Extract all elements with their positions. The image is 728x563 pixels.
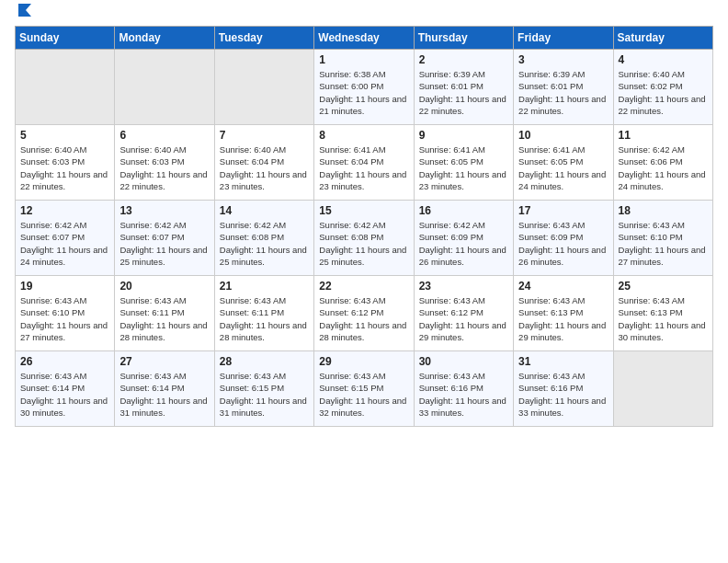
- calendar-week-row: 26Sunrise: 6:43 AM Sunset: 6:14 PM Dayli…: [16, 351, 713, 427]
- day-number: 8: [319, 129, 408, 142]
- day-number: 11: [619, 129, 708, 142]
- day-info: Sunrise: 6:40 AM Sunset: 6:04 PM Dayligh…: [220, 144, 309, 192]
- calendar-cell: 25Sunrise: 6:43 AM Sunset: 6:13 PM Dayli…: [613, 276, 712, 351]
- day-info: Sunrise: 6:41 AM Sunset: 6:05 PM Dayligh…: [419, 144, 508, 192]
- day-info: Sunrise: 6:39 AM Sunset: 6:01 PM Dayligh…: [518, 68, 608, 117]
- day-number: 27: [119, 355, 209, 368]
- calendar-week-row: 19Sunrise: 6:43 AM Sunset: 6:10 PM Dayli…: [16, 276, 713, 351]
- day-number: 28: [220, 355, 309, 368]
- day-number: 18: [619, 204, 708, 217]
- calendar-cell: 18Sunrise: 6:43 AM Sunset: 6:10 PM Dayli…: [613, 201, 712, 276]
- logo: [15, 11, 33, 18]
- day-info: Sunrise: 6:42 AM Sunset: 6:07 PM Dayligh…: [20, 219, 109, 268]
- calendar-header-monday: Monday: [115, 27, 214, 50]
- calendar-week-row: 12Sunrise: 6:42 AM Sunset: 6:07 PM Dayli…: [16, 201, 713, 276]
- page: SundayMondayTuesdayWednesdayThursdayFrid…: [0, 0, 728, 563]
- calendar-cell: 5Sunrise: 6:40 AM Sunset: 6:03 PM Daylig…: [16, 125, 115, 201]
- day-number: 26: [20, 355, 109, 368]
- calendar-week-row: 1Sunrise: 6:38 AM Sunset: 6:00 PM Daylig…: [16, 50, 713, 125]
- day-info: Sunrise: 6:43 AM Sunset: 6:15 PM Dayligh…: [319, 370, 408, 419]
- day-number: 24: [518, 280, 608, 293]
- calendar-cell: 7Sunrise: 6:40 AM Sunset: 6:04 PM Daylig…: [214, 125, 313, 201]
- calendar-cell: 20Sunrise: 6:43 AM Sunset: 6:11 PM Dayli…: [115, 276, 214, 351]
- calendar-cell: 21Sunrise: 6:43 AM Sunset: 6:11 PM Dayli…: [214, 276, 313, 351]
- calendar-header-wednesday: Wednesday: [314, 27, 414, 50]
- day-number: 12: [20, 204, 109, 217]
- day-number: 17: [518, 204, 608, 217]
- calendar-cell: 31Sunrise: 6:43 AM Sunset: 6:16 PM Dayli…: [514, 351, 613, 427]
- day-info: Sunrise: 6:43 AM Sunset: 6:14 PM Dayligh…: [20, 370, 109, 419]
- day-number: 25: [619, 280, 708, 293]
- day-info: Sunrise: 6:42 AM Sunset: 6:06 PM Dayligh…: [619, 144, 708, 192]
- day-info: Sunrise: 6:41 AM Sunset: 6:04 PM Dayligh…: [319, 144, 408, 192]
- day-info: Sunrise: 6:43 AM Sunset: 6:11 PM Dayligh…: [220, 294, 309, 343]
- day-number: 30: [419, 355, 508, 368]
- day-info: Sunrise: 6:41 AM Sunset: 6:05 PM Dayligh…: [518, 144, 608, 192]
- calendar-cell: 15Sunrise: 6:42 AM Sunset: 6:08 PM Dayli…: [314, 201, 414, 276]
- calendar-header-friday: Friday: [514, 27, 613, 50]
- day-info: Sunrise: 6:43 AM Sunset: 6:16 PM Dayligh…: [518, 370, 608, 419]
- calendar-cell: 9Sunrise: 6:41 AM Sunset: 6:05 PM Daylig…: [414, 125, 513, 201]
- calendar-cell: [214, 50, 313, 125]
- day-info: Sunrise: 6:43 AM Sunset: 6:13 PM Dayligh…: [518, 294, 608, 343]
- day-info: Sunrise: 6:40 AM Sunset: 6:02 PM Dayligh…: [619, 68, 708, 117]
- day-number: 4: [619, 53, 708, 66]
- day-number: 14: [220, 204, 309, 217]
- calendar-cell: 12Sunrise: 6:42 AM Sunset: 6:07 PM Dayli…: [16, 201, 115, 276]
- calendar-cell: 13Sunrise: 6:42 AM Sunset: 6:07 PM Dayli…: [115, 201, 214, 276]
- calendar-cell: 11Sunrise: 6:42 AM Sunset: 6:06 PM Dayli…: [613, 125, 712, 201]
- calendar-cell: 6Sunrise: 6:40 AM Sunset: 6:03 PM Daylig…: [115, 125, 214, 201]
- day-info: Sunrise: 6:42 AM Sunset: 6:08 PM Dayligh…: [319, 219, 408, 268]
- calendar-cell: 4Sunrise: 6:40 AM Sunset: 6:02 PM Daylig…: [613, 50, 712, 125]
- day-info: Sunrise: 6:43 AM Sunset: 6:09 PM Dayligh…: [518, 219, 608, 268]
- calendar-header-row: SundayMondayTuesdayWednesdayThursdayFrid…: [16, 27, 713, 50]
- day-number: 1: [319, 53, 408, 66]
- day-number: 20: [119, 280, 209, 293]
- day-number: 6: [119, 129, 209, 142]
- calendar-header-sunday: Sunday: [16, 27, 115, 50]
- day-info: Sunrise: 6:42 AM Sunset: 6:08 PM Dayligh…: [220, 219, 309, 268]
- calendar-cell: 26Sunrise: 6:43 AM Sunset: 6:14 PM Dayli…: [16, 351, 115, 427]
- day-info: Sunrise: 6:42 AM Sunset: 6:07 PM Dayligh…: [119, 219, 209, 268]
- logo-flag-icon: [17, 2, 33, 18]
- day-number: 31: [518, 355, 608, 368]
- calendar-cell: 14Sunrise: 6:42 AM Sunset: 6:08 PM Dayli…: [214, 201, 313, 276]
- calendar-cell: 30Sunrise: 6:43 AM Sunset: 6:16 PM Dayli…: [414, 351, 513, 427]
- day-number: 23: [419, 280, 508, 293]
- day-number: 3: [518, 53, 608, 66]
- day-number: 19: [20, 280, 109, 293]
- calendar-cell: 8Sunrise: 6:41 AM Sunset: 6:04 PM Daylig…: [314, 125, 414, 201]
- day-info: Sunrise: 6:43 AM Sunset: 6:10 PM Dayligh…: [20, 294, 109, 343]
- calendar-cell: 23Sunrise: 6:43 AM Sunset: 6:12 PM Dayli…: [414, 276, 513, 351]
- day-info: Sunrise: 6:43 AM Sunset: 6:12 PM Dayligh…: [419, 294, 508, 343]
- day-info: Sunrise: 6:43 AM Sunset: 6:10 PM Dayligh…: [619, 219, 708, 268]
- calendar-cell: 1Sunrise: 6:38 AM Sunset: 6:00 PM Daylig…: [314, 50, 414, 125]
- calendar-header-tuesday: Tuesday: [214, 27, 313, 50]
- day-number: 10: [518, 129, 608, 142]
- day-info: Sunrise: 6:38 AM Sunset: 6:00 PM Dayligh…: [319, 68, 408, 117]
- calendar-header-saturday: Saturday: [613, 27, 712, 50]
- day-number: 9: [419, 129, 508, 142]
- calendar-cell: 24Sunrise: 6:43 AM Sunset: 6:13 PM Dayli…: [514, 276, 613, 351]
- day-number: 16: [419, 204, 508, 217]
- day-info: Sunrise: 6:43 AM Sunset: 6:16 PM Dayligh…: [419, 370, 508, 419]
- calendar-header-thursday: Thursday: [414, 27, 513, 50]
- calendar-cell: [613, 351, 712, 427]
- day-number: 15: [319, 204, 408, 217]
- day-info: Sunrise: 6:40 AM Sunset: 6:03 PM Dayligh…: [20, 144, 109, 192]
- calendar-cell: 3Sunrise: 6:39 AM Sunset: 6:01 PM Daylig…: [514, 50, 613, 125]
- day-number: 21: [220, 280, 309, 293]
- day-info: Sunrise: 6:43 AM Sunset: 6:12 PM Dayligh…: [319, 294, 408, 343]
- calendar-cell: 22Sunrise: 6:43 AM Sunset: 6:12 PM Dayli…: [314, 276, 414, 351]
- calendar-cell: 29Sunrise: 6:43 AM Sunset: 6:15 PM Dayli…: [314, 351, 414, 427]
- day-info: Sunrise: 6:43 AM Sunset: 6:11 PM Dayligh…: [119, 294, 209, 343]
- day-number: 29: [319, 355, 408, 368]
- day-info: Sunrise: 6:43 AM Sunset: 6:14 PM Dayligh…: [119, 370, 209, 419]
- day-number: 22: [319, 280, 408, 293]
- calendar-table: SundayMondayTuesdayWednesdayThursdayFrid…: [15, 26, 713, 427]
- calendar-cell: [16, 50, 115, 125]
- calendar-cell: 28Sunrise: 6:43 AM Sunset: 6:15 PM Dayli…: [214, 351, 313, 427]
- calendar-cell: 16Sunrise: 6:42 AM Sunset: 6:09 PM Dayli…: [414, 201, 513, 276]
- day-number: 13: [119, 204, 209, 217]
- calendar-cell: 17Sunrise: 6:43 AM Sunset: 6:09 PM Dayli…: [514, 201, 613, 276]
